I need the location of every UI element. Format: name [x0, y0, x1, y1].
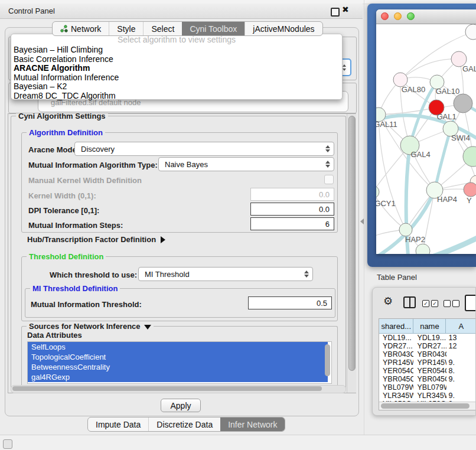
column-header[interactable]: shared...	[379, 319, 413, 333]
table-cell[interactable]: 9.	[446, 358, 476, 367]
table-cell[interactable]: YBL079W	[379, 383, 413, 392]
algorithm-option[interactable]: Dream8 DC_TDC Algorithm	[11, 92, 342, 101]
table-cell[interactable]: YBR043C	[413, 350, 446, 358]
bottom-tab-impute-data[interactable]: Impute Data	[88, 418, 148, 431]
kernel-width-input[interactable]: 0.0	[250, 188, 334, 201]
table-cell[interactable]: YLR345W	[413, 392, 446, 400]
table-cell[interactable]: 9.	[446, 392, 476, 400]
table-horizontal-scrollbar[interactable]	[379, 402, 476, 410]
network-node[interactable]	[454, 94, 472, 113]
table-row[interactable]: YER054CYER054C8.	[379, 367, 476, 375]
data-attribute-item[interactable]: gal4RGexp	[28, 372, 328, 382]
table-cell[interactable]: YBR043C	[379, 350, 413, 358]
table-row[interactable]: YBL079WYBL079W	[379, 383, 476, 392]
table-cell[interactable]: YER054C	[413, 367, 446, 375]
mi-threshold-input[interactable]: 0.5	[248, 296, 332, 309]
network-node[interactable]	[463, 146, 476, 167]
data-attribute-item[interactable]: BetweennessCentrality	[28, 362, 328, 372]
application-root: Control Panel ✖ NetworkStyleSelectCyni T…	[0, 0, 476, 450]
table-cell[interactable]: YDL19...	[379, 334, 413, 342]
table-cell[interactable]: YBL079W	[413, 383, 446, 392]
tab-jactivemnodules[interactable]: jActiveMNodules	[244, 22, 322, 35]
tab-style[interactable]: Style	[109, 22, 143, 35]
mi-algorithm-type-label: Mutual Information Algorithm Type:	[28, 161, 158, 169]
new-table-icon[interactable]	[465, 295, 476, 311]
scrollbar-thumb[interactable]	[325, 344, 330, 376]
settings-horizontal-scrollbar[interactable]	[11, 385, 346, 393]
table-cell[interactable]: YPR145W	[379, 358, 413, 367]
table-row[interactable]: YDR27...YDR27...12	[379, 342, 476, 350]
network-view-window: GALGAL80GAL10GAL1GAL11SWI4GAL4GCY1HAP4YH…	[376, 9, 476, 254]
algorithm-option[interactable]: Mutual Information Inference	[11, 73, 342, 83]
column-header[interactable]: A	[446, 319, 476, 333]
aracne-mode-combobox[interactable]: Discovery	[74, 142, 334, 156]
table-cell[interactable]: 9.	[446, 375, 476, 383]
algorithm-option[interactable]: Basic Correlation Inference	[11, 55, 342, 64]
table-cell[interactable]: YDL19...	[413, 334, 446, 342]
mi-steps-input[interactable]: 6	[250, 217, 334, 230]
table-row[interactable]: YBR045CYBR045C9.	[379, 375, 476, 383]
network-node[interactable]	[465, 24, 476, 40]
gear-icon[interactable]: ⚙	[383, 296, 393, 306]
close-panel-icon[interactable]: ✖	[342, 5, 349, 14]
algorithm-option[interactable]: Bayesian – K2	[11, 82, 342, 92]
network-node-gcy1[interactable]	[376, 185, 379, 198]
table-row[interactable]: YDL19...YDL19...13	[379, 334, 476, 342]
settings-vertical-scrollbar[interactable]	[347, 114, 356, 393]
manual-kernel-checkbox[interactable]	[324, 175, 334, 184]
panel-splitter[interactable]	[364, 0, 364, 435]
which-threshold-combobox[interactable]: MI Threshold	[138, 267, 313, 281]
table-cell[interactable]: YER054C	[379, 367, 413, 375]
network-canvas[interactable]: GALGAL80GAL10GAL1GAL11SWI4GAL4GCY1HAP4YH…	[376, 24, 476, 254]
table-cell[interactable]: 12	[446, 342, 476, 350]
network-node-y[interactable]	[464, 182, 476, 197]
mi-algorithm-type-combobox[interactable]: Naive Bayes	[158, 157, 334, 171]
table-cell[interactable]	[446, 350, 476, 358]
table-cell[interactable]: YDR27...	[413, 342, 446, 350]
table-cell[interactable]: YBR045C	[379, 375, 413, 383]
data-attribute-item[interactable]: TopologicalCoefficient	[28, 352, 328, 362]
data-attributes-list: SelfLoopsTopologicalCoefficientBetweenne…	[27, 341, 332, 384]
table-cell[interactable]	[446, 383, 476, 392]
zoom-window-button[interactable]	[407, 12, 415, 20]
table-row[interactable]: YBR043CYBR043C	[379, 350, 476, 358]
sources-group-title[interactable]: Sources for Network Inference	[27, 322, 154, 331]
list-vertical-scrollbar[interactable]	[325, 343, 331, 383]
table-cell[interactable]: YLR345W	[379, 392, 413, 400]
tab-label: Select	[151, 24, 174, 34]
table-cell[interactable]: YDR27...	[379, 342, 413, 350]
float-panel-button[interactable]	[331, 8, 340, 17]
scrollbar-thumb[interactable]	[348, 116, 356, 371]
column-header[interactable]: name	[413, 319, 446, 333]
minimize-window-button[interactable]	[394, 12, 402, 20]
apply-button[interactable]: Apply	[161, 399, 201, 412]
bottom-tab-infer-network[interactable]: Infer Network	[220, 418, 285, 431]
table-row[interactable]: YLR345WYLR345W9.	[379, 392, 476, 400]
data-attribute-item[interactable]: SelfLoops	[28, 342, 328, 352]
deselect-all-columns-icon[interactable]	[444, 300, 459, 307]
dpi-tolerance-input[interactable]: 0.0	[250, 203, 334, 216]
unchecked-checkbox-icon	[444, 300, 451, 307]
table-cell[interactable]: 8.	[446, 367, 476, 375]
table-cell[interactable]: YBR045C	[413, 375, 446, 383]
splitter-handle-icon[interactable]	[360, 219, 364, 224]
algorithm-option[interactable]: ARACNE Algorithm	[11, 64, 342, 73]
scrollbar-thumb[interactable]	[12, 386, 322, 391]
select-all-columns-icon[interactable]: ✓ ✓	[422, 300, 438, 307]
collapsed-panel-icon[interactable]	[3, 439, 12, 449]
hub-definition-toggle[interactable]: Hub/Transcription Factor Definition	[27, 235, 165, 244]
scrollbar-thumb[interactable]	[381, 403, 470, 409]
table-cell[interactable]: 13	[446, 334, 476, 342]
tab-select[interactable]: Select	[143, 22, 182, 35]
checked-checkbox-icon: ✓	[422, 300, 429, 307]
tab-cyni-toolbox[interactable]: Cyni Toolbox	[182, 22, 244, 35]
bottom-tab-discretize-data[interactable]: Discretize Data	[148, 418, 220, 431]
table-cell[interactable]: YPR145W	[413, 358, 446, 367]
network-node-hap2[interactable]	[399, 223, 412, 236]
tab-network[interactable]: Network	[53, 22, 109, 35]
close-window-button[interactable]	[381, 12, 389, 20]
table-row[interactable]: YPR145WYPR145W9.	[379, 358, 476, 367]
split-view-icon[interactable]	[403, 296, 416, 308]
network-window-titlebar[interactable]	[376, 9, 476, 24]
algorithm-option[interactable]: Bayesian – Hill Climbing	[11, 45, 342, 55]
